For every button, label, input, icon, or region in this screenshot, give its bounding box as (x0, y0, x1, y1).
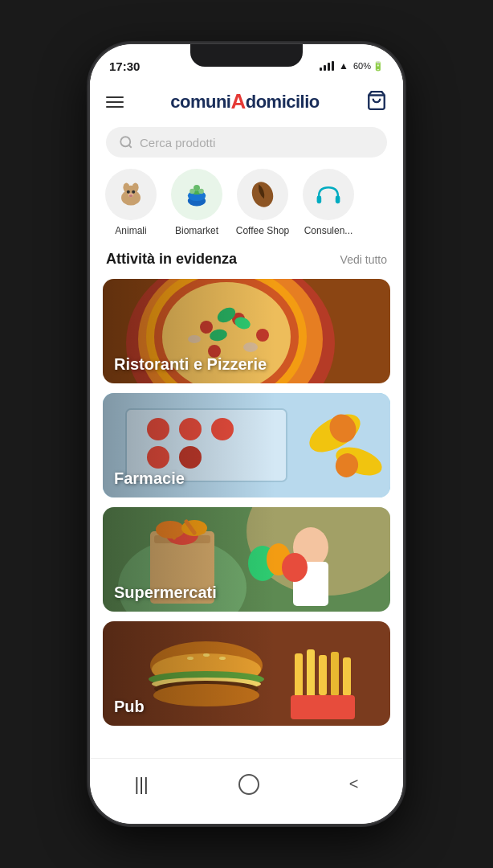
category-consulenza-icon (303, 169, 354, 220)
category-consulenza[interactable]: Consulen... (300, 169, 357, 236)
nav-lines-button[interactable]: ||| (119, 768, 165, 801)
svg-rect-18 (336, 196, 340, 204)
activity-label-supermercati: Supermercati (114, 583, 217, 602)
category-biomarket[interactable]: Biomarket (169, 169, 225, 236)
activity-card-supermercati[interactable]: Supermercati (103, 507, 390, 612)
categories-row: Animali (90, 169, 403, 236)
nav-home-icon (238, 773, 260, 796)
category-animali-icon (105, 169, 157, 220)
app-content: comuni A domicilio (90, 80, 403, 758)
category-animali[interactable]: Animali (103, 169, 159, 236)
app-header: comuni A domicilio (90, 80, 403, 122)
battery-icon: 60% 🔋 (353, 61, 384, 72)
activity-card-farmacie[interactable]: Farmacie (103, 393, 390, 497)
phone-frame: 17:30 ▲ 60% 🔋 (90, 44, 403, 824)
nav-lines-icon: ||| (135, 774, 149, 795)
category-consulenza-label: Consulen... (304, 225, 353, 236)
activity-card-ristoranti[interactable]: Ristoranti e Pizzerie (103, 279, 390, 383)
vedi-tutto-link[interactable]: Vedi tutto (340, 253, 387, 266)
category-coffee[interactable]: Coffee Shop (234, 169, 291, 236)
phone-wrapper: 17:30 ▲ 60% 🔋 (0, 0, 493, 868)
nav-back-button[interactable]: < (333, 768, 375, 800)
nav-back-icon: < (349, 775, 359, 793)
hamburger-menu-button[interactable] (106, 96, 124, 108)
bottom-nav: ||| < (90, 758, 403, 824)
cart-button[interactable] (366, 90, 387, 114)
hamburger-line-3 (106, 106, 124, 108)
section-title: Attività in evidenza (106, 251, 237, 268)
svg-point-7 (127, 190, 130, 194)
svg-point-76 (239, 775, 259, 794)
search-placeholder-text: Cerca prodotti (140, 136, 215, 149)
logo-a-text: A (230, 89, 245, 114)
search-bar[interactable]: Cerca prodotti (106, 127, 387, 158)
category-animali-label: Animali (115, 225, 146, 236)
logo-comuni-text: comuni (170, 92, 230, 113)
activities-list: Ristoranti e Pizzerie (90, 279, 403, 742)
svg-rect-17 (317, 196, 322, 204)
section-header: Attività in evidenza Vedi tutto (90, 251, 403, 279)
signal-icon (320, 61, 334, 71)
screen: 17:30 ▲ 60% 🔋 (90, 44, 403, 824)
app-logo: comuni A domicilio (170, 89, 320, 114)
category-coffee-label: Coffee Shop (236, 225, 290, 236)
status-time: 17:30 (109, 59, 140, 73)
hamburger-line-2 (106, 101, 124, 103)
activity-label-pub: Pub (114, 698, 145, 716)
svg-point-10 (129, 194, 133, 197)
category-coffee-icon (237, 169, 288, 220)
status-icons: ▲ 60% 🔋 (320, 60, 384, 72)
activity-label-ristoranti: Ristoranti e Pizzerie (114, 355, 267, 374)
notch (190, 44, 303, 67)
category-biomarket-label: Biomarket (175, 225, 218, 236)
activity-label-farmacie: Farmacie (114, 469, 185, 488)
svg-point-14 (189, 189, 194, 194)
card-overlay-pub (103, 621, 390, 726)
svg-point-8 (132, 190, 135, 194)
hamburger-line-1 (106, 96, 124, 98)
activity-card-pub[interactable]: Pub (103, 621, 390, 726)
nav-home-button[interactable] (222, 767, 276, 802)
logo-domicilio-text: domicilio (246, 92, 320, 113)
category-biomarket-icon (171, 169, 222, 220)
svg-point-1 (120, 137, 130, 146)
search-icon (119, 135, 133, 149)
wifi-icon: ▲ (339, 60, 348, 72)
svg-point-15 (198, 189, 203, 194)
svg-line-2 (128, 145, 131, 147)
